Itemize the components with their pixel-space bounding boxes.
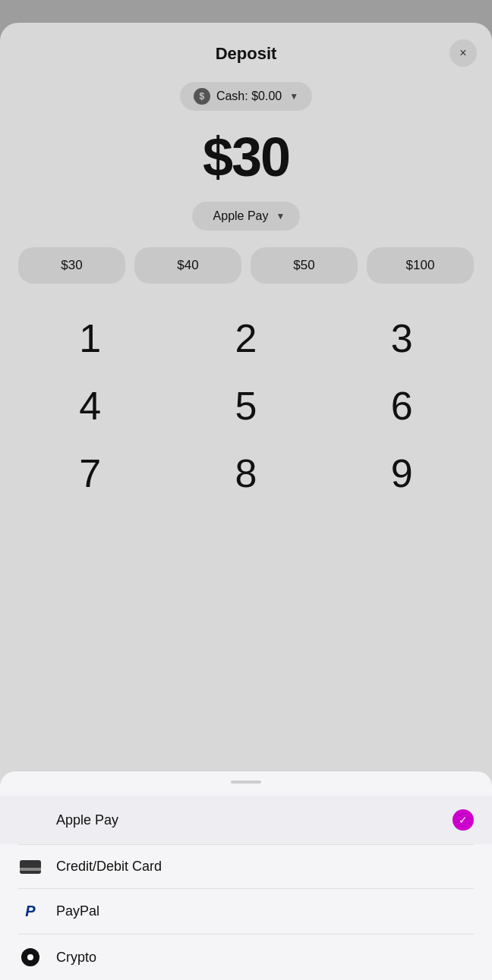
- cash-selector-button[interactable]: $ Cash: $0.00 ▼: [180, 82, 312, 111]
- modal-title: Deposit: [216, 44, 277, 64]
- numpad-9-button[interactable]: 9: [324, 440, 480, 507]
- preset-50-button[interactable]: $50: [251, 247, 358, 284]
- close-button[interactable]: ×: [449, 39, 477, 67]
- cash-icon: $: [194, 88, 210, 105]
- numpad-6-button[interactable]: 6: [324, 372, 480, 440]
- payment-method-button[interactable]: Apple Pay ▼: [192, 202, 301, 231]
- payment-method-pill: Apple Pay ▼: [0, 202, 492, 231]
- preset-amounts-row: $30 $40 $50 $100: [12, 247, 480, 284]
- numpad-5-button[interactable]: 5: [168, 372, 323, 440]
- paypal-option-label: PayPal: [56, 903, 474, 919]
- numpad-2-button[interactable]: 2: [168, 305, 323, 372]
- credit-card-option-label: Credit/Debit Card: [56, 859, 474, 875]
- sheet-handle: [231, 781, 261, 784]
- modal-header: Deposit ×: [0, 23, 492, 76]
- numpad-1-button[interactable]: 1: [12, 305, 168, 372]
- numpad-7-button[interactable]: 7: [12, 440, 168, 507]
- paypal-icon: P: [25, 903, 35, 920]
- crypto-option-label: Crypto: [56, 950, 474, 966]
- cash-label: Cash: $0.00: [216, 90, 282, 103]
- preset-100-button[interactable]: $100: [367, 247, 474, 284]
- crypto-icon: [21, 948, 39, 966]
- crypto-option-icon: [18, 948, 43, 966]
- payment-option-credit-card[interactable]: Credit/Debit Card: [0, 845, 492, 888]
- card-icon: [20, 860, 41, 874]
- numpad-8-button[interactable]: 8: [168, 440, 323, 507]
- modal-overlay: Deposit × $ Cash: $0.00 ▼ $30 Apple Pay …: [0, 0, 492, 980]
- amount-display: $30: [0, 126, 492, 188]
- payment-chevron-icon: ▼: [276, 211, 285, 221]
- numpad-3-button[interactable]: 3: [324, 305, 480, 372]
- chevron-down-icon: ▼: [289, 91, 298, 102]
- credit-card-option-icon: [18, 860, 43, 874]
- payment-method-label: Apple Pay: [213, 209, 269, 223]
- payment-option-paypal[interactable]: P PayPal: [0, 889, 492, 934]
- paypal-option-icon: P: [18, 903, 43, 920]
- payment-option-crypto[interactable]: Crypto: [0, 934, 492, 980]
- checkmark-icon: ✓: [459, 814, 468, 826]
- close-icon: ×: [459, 46, 466, 60]
- numpad: 1 2 3 4 5 6 7 8 9: [12, 305, 480, 508]
- cash-selector-pill: $ Cash: $0.00 ▼: [0, 82, 492, 111]
- payment-option-apple-pay[interactable]: Apple Pay ✓: [0, 796, 492, 844]
- preset-30-button[interactable]: $30: [18, 247, 125, 284]
- numpad-4-button[interactable]: 4: [12, 372, 168, 440]
- apple-pay-option-label: Apple Pay: [56, 812, 439, 828]
- modal-container: Deposit × $ Cash: $0.00 ▼ $30 Apple Pay …: [0, 23, 492, 980]
- payment-options-sheet: Apple Pay ✓ Credit/Debit Card P PayPal: [0, 771, 492, 980]
- preset-40-button[interactable]: $40: [134, 247, 241, 284]
- cash-icon-symbol: $: [200, 91, 205, 102]
- selected-checkmark: ✓: [453, 809, 474, 831]
